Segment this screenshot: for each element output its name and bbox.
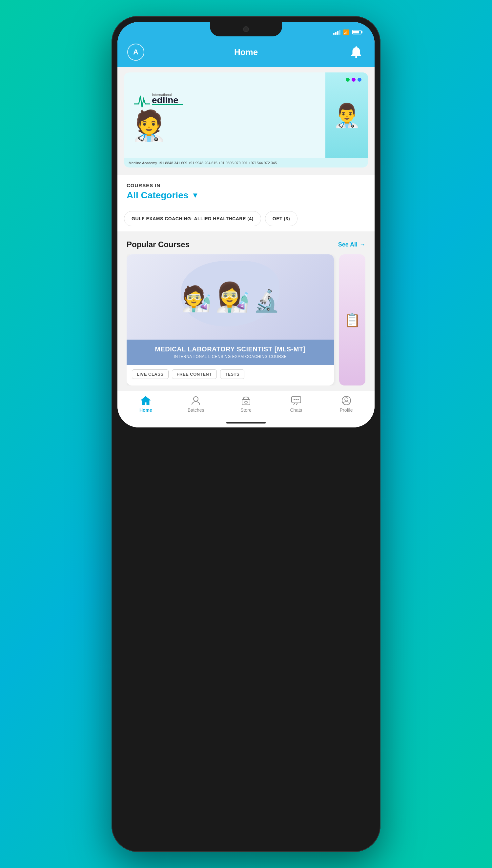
svg-point-12 [345,398,348,401]
nav-label-batches: Batches [188,407,204,413]
banner-left: edline International 🧑‍⚕️ [124,73,325,158]
nav-item-home[interactable]: Home [121,396,171,413]
nav-item-store[interactable]: Store [221,396,271,413]
profile-icon [341,396,352,405]
nav-item-chats[interactable]: Chats [271,396,321,413]
nav-label-store: Store [240,407,251,413]
svg-rect-5 [242,400,250,405]
user-avatar[interactable]: A [127,44,144,61]
chevron-down-icon: ▼ [192,191,199,200]
banner-doctor-illustration: 🧑‍⚕️ [130,111,167,140]
home-icon [140,396,151,405]
svg-rect-6 [245,401,247,403]
popular-header: Popular Courses See All → [127,240,365,249]
popular-courses-title: Popular Courses [127,240,190,249]
banner-contact: Medline Academy +91 8848 341 609 +91 994… [129,161,277,165]
camera [243,26,249,32]
chats-icon [291,396,301,405]
nav-item-batches[interactable]: Batches [171,396,221,413]
nav-item-profile[interactable]: Profile [321,396,371,413]
page-title: Home [234,47,258,57]
course-title: MEDICAL LABORATORY SCIENTIST [MLS-MT] [132,345,328,353]
nav-label-chats: Chats [290,407,302,413]
selected-category: All Categories [127,190,188,201]
nav-label-home: Home [140,407,152,413]
banner-dots [346,78,362,82]
category-tab-gulf[interactable]: GULF EXAMS COACHING- ALLIED HEALTHCARE (… [124,211,261,226]
svg-point-4 [194,397,198,401]
category-tabs: GULF EXAMS COACHING- ALLIED HEALTHCARE (… [117,206,375,231]
svg-point-10 [297,399,299,400]
course-subtitle: INTERNATIONAL LICENSING EXAM COACHING CO… [132,354,328,359]
store-icon [241,396,251,405]
batches-icon [191,396,201,405]
course-card-mls[interactable]: 🧑‍🔬 👩‍🔬 🔬 MEDICAL LABORATORY SCIENTIST [… [127,254,334,386]
course-tags: LIVE CLASS FREE CONTENT TESTS [127,365,334,384]
app-header: A Home [117,40,375,67]
course-card-peek[interactable]: 📋 [339,254,365,386]
battery-icon [352,30,362,34]
signal-icon [333,29,341,35]
svg-point-8 [294,399,295,400]
category-tab-oet[interactable]: OET (3) [265,211,297,226]
course-image-mls: 🧑‍🔬 👩‍🔬 🔬 [127,254,334,340]
bottom-nav: Home Batches Store [117,391,375,419]
medline-logo: edline International [130,91,186,109]
notch [210,22,282,36]
nav-label-profile: Profile [340,407,353,413]
wifi-icon: 📶 [343,29,350,35]
tag-live-class[interactable]: LIVE CLASS [132,369,169,379]
notification-bell-button[interactable] [348,44,365,61]
course-info-banner: MEDICAL LABORATORY SCIENTIST [MLS-MT] IN… [127,340,334,365]
tag-free-content[interactable]: FREE CONTENT [172,369,217,379]
svg-point-0 [355,56,357,58]
banner-main: edline International 🧑‍⚕️ 👨‍⚕️ [124,73,368,158]
banner-footer: Medline Academy +91 8848 341 609 +91 994… [124,158,368,167]
status-icons: 📶 [333,29,362,35]
popular-courses-section: Popular Courses See All → [117,233,375,391]
courses-in-label: COURSES IN [127,183,365,188]
svg-point-9 [296,399,297,400]
courses-section: COURSES IN All Categories ▼ [117,175,375,206]
home-indicator [117,419,375,427]
scientists-illustration: 🧑‍🔬 👩‍🔬 🔬 [181,281,280,313]
banner-second-card: 👨‍⚕️ [325,73,368,158]
course-cards-row: 🧑‍🔬 👩‍🔬 🔬 MEDICAL LABORATORY SCIENTIST [… [127,254,365,386]
banner-card[interactable]: edline International 🧑‍⚕️ 👨‍⚕️ [124,73,368,167]
categories-dropdown-button[interactable]: All Categories ▼ [127,190,365,201]
tag-tests[interactable]: TESTS [220,369,244,379]
svg-text:International: International [152,93,172,97]
see-all-button[interactable]: See All → [338,241,365,248]
banner-section: edline International 🧑‍⚕️ 👨‍⚕️ [117,67,375,173]
